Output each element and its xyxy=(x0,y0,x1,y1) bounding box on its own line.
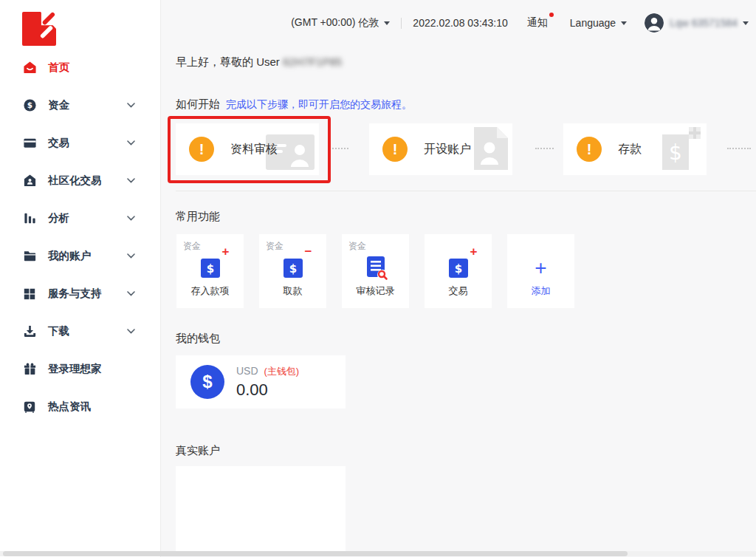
sidebar: 首页 $ 资金 交易 社区化交易 分析 xyxy=(0,0,161,557)
sidebar-item-community-trading[interactable]: 社区化交易 xyxy=(0,162,160,199)
sidebar-item-label: 分析 xyxy=(48,211,69,225)
gift-icon xyxy=(22,362,37,377)
funds-icon: $ xyxy=(22,98,37,113)
wallet-currency: USD xyxy=(236,365,258,377)
sidebar-item-download[interactable]: 下载 xyxy=(0,312,160,350)
step-connector-dots xyxy=(727,148,751,149)
sidebar-item-label: 社区化交易 xyxy=(48,174,102,188)
svg-text:$: $ xyxy=(289,262,296,276)
step-card-profile-review[interactable]: ! 资料审核 xyxy=(176,123,319,175)
dollar-square-minus-icon: $ − xyxy=(281,252,305,284)
section-divider xyxy=(176,191,756,191)
greeting-username-masked: 62H7F1P85 xyxy=(283,55,342,68)
card-label: 添加 xyxy=(532,284,551,298)
download-icon xyxy=(22,324,37,339)
howto-link[interactable]: 完成以下步骤，即可开启您的交易旅程。 xyxy=(226,98,412,110)
card-tag xyxy=(425,234,431,252)
sidebar-nav: 首页 $ 资金 交易 社区化交易 分析 xyxy=(0,49,160,426)
howto-title: 如何开始 xyxy=(176,98,220,110)
card-label: 存入款项 xyxy=(191,284,230,298)
chevron-down-icon xyxy=(127,140,135,146)
add-plus-icon: + xyxy=(535,252,546,284)
wallet-info: USD (主钱包) 0.00 xyxy=(236,365,299,400)
step-label: 开设账户 xyxy=(424,142,471,157)
grid-icon xyxy=(22,287,37,301)
card-label: 审核记录 xyxy=(357,284,395,298)
quick-card-withdraw[interactable]: 资金 $ − 取款 xyxy=(259,234,326,308)
wallet-section-title: 我的钱包 xyxy=(176,332,220,346)
folder-icon xyxy=(22,249,37,264)
svg-text:$: $ xyxy=(27,100,32,109)
card-tag: 资金 xyxy=(342,234,366,252)
minus-badge-icon: − xyxy=(305,245,312,258)
document-search-icon xyxy=(362,252,389,284)
chevron-down-icon xyxy=(127,291,135,296)
real-account-section-title: 真实账户 xyxy=(176,444,220,458)
sidebar-item-analysis[interactable]: 分析 xyxy=(0,199,160,237)
trade-icon xyxy=(22,136,37,151)
plus-badge-icon: + xyxy=(470,245,478,258)
sidebar-item-label: 热点资讯 xyxy=(48,400,91,414)
card-tag: 资金 xyxy=(176,234,201,252)
sidebar-item-service-support[interactable]: 服务与支持 xyxy=(0,275,160,312)
sidebar-item-label: 资金 xyxy=(48,98,69,112)
horizontal-scrollbar-track[interactable] xyxy=(0,551,756,556)
step-card-deposit[interactable]: ! 存款 $ xyxy=(563,123,707,175)
chevron-down-icon xyxy=(127,329,135,334)
wallet-card-usd[interactable]: $ USD (主钱包) 0.00 xyxy=(176,355,346,409)
dollar-circle-icon: $ xyxy=(190,365,224,399)
sidebar-item-trade[interactable]: 交易 xyxy=(0,124,160,162)
chevron-down-icon xyxy=(127,103,135,108)
sidebar-item-login-idealhome[interactable]: 登录理想家 xyxy=(0,350,160,388)
location-news-icon xyxy=(22,400,37,414)
quick-card-deposit-funds[interactable]: 资金 $ + 存入款项 xyxy=(176,234,244,308)
logo-icon xyxy=(22,12,56,46)
quick-card-trade[interactable]: $ + 交易 xyxy=(425,234,492,308)
sidebar-item-label: 下载 xyxy=(48,324,69,338)
step-connector-dots xyxy=(535,148,554,149)
app-logo[interactable] xyxy=(22,12,56,46)
quick-functions-title: 常用功能 xyxy=(176,210,220,224)
step-label: 存款 xyxy=(618,142,642,157)
step-card-open-account[interactable]: ! 开设账户 xyxy=(369,123,512,175)
money-plus-icon: $ xyxy=(658,126,702,172)
svg-text:$: $ xyxy=(454,262,461,276)
howto-section-header: 如何开始完成以下步骤，即可开启您的交易旅程。 xyxy=(176,98,412,112)
chevron-down-icon xyxy=(127,178,135,183)
step-connector-dots xyxy=(332,148,348,149)
svg-text:$: $ xyxy=(206,262,213,276)
chevron-down-icon xyxy=(127,253,135,259)
horizontal-scrollbar-thumb[interactable] xyxy=(3,551,628,556)
wallet-balance: 0.00 xyxy=(236,380,299,400)
real-account-card-empty xyxy=(176,466,346,552)
svg-text:$: $ xyxy=(669,140,682,165)
quick-card-review-records[interactable]: 资金 审核记录 xyxy=(342,234,409,308)
sidebar-item-home[interactable]: 首页 xyxy=(0,49,160,86)
dollar-square-plus-icon: $ + xyxy=(447,252,470,284)
wallet-main-tag: (主钱包) xyxy=(264,366,299,377)
sidebar-item-label: 服务与支持 xyxy=(48,287,102,301)
warning-exclamation-icon: ! xyxy=(577,137,602,162)
sidebar-item-label: 我的账户 xyxy=(48,249,91,263)
greeting: 早上好，尊敬的 User 62H7F1P85 xyxy=(176,55,342,69)
card-label: 交易 xyxy=(449,284,468,298)
document-person-icon xyxy=(474,127,508,172)
home-icon xyxy=(22,61,37,75)
sidebar-item-hot-news[interactable]: 热点资讯 xyxy=(0,388,160,426)
main-content: 早上好，尊敬的 User 62H7F1P85 如何开始完成以下步骤，即可开启您的… xyxy=(161,0,756,557)
sidebar-item-my-account[interactable]: 我的账户 xyxy=(0,237,160,275)
sidebar-item-label: 交易 xyxy=(48,136,69,150)
warning-exclamation-icon: ! xyxy=(189,137,214,162)
card-tag: 资金 xyxy=(259,234,284,252)
card-label: 取款 xyxy=(284,284,303,298)
step-label: 资料审核 xyxy=(230,142,278,157)
quick-card-add[interactable]: + 添加 xyxy=(507,234,574,308)
warning-exclamation-icon: ! xyxy=(382,137,408,162)
sidebar-item-funds[interactable]: $ 资金 xyxy=(0,86,160,124)
sidebar-item-label: 首页 xyxy=(48,61,69,75)
greeting-text: 早上好，尊敬的 User xyxy=(176,55,280,68)
card-tag xyxy=(507,234,514,252)
analytics-icon xyxy=(22,211,37,226)
chevron-down-icon xyxy=(127,216,135,221)
dollar-square-plus-icon: $ + xyxy=(199,252,222,284)
